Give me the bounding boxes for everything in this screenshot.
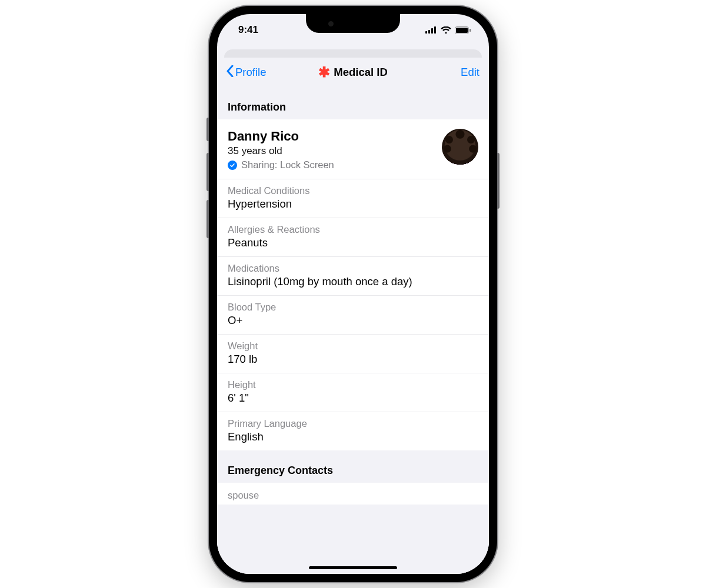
field-value: O+ [228,314,478,327]
battery-icon [455,26,471,34]
home-indicator[interactable] [309,566,397,569]
edit-button[interactable]: Edit [461,66,479,79]
allergies-row: Allergies & Reactions Peanuts [217,218,489,257]
weight-row: Weight 170 lb [217,335,489,373]
status-time: 9:41 [238,24,258,36]
checkmark-badge-icon [228,161,237,170]
svg-rect-5 [456,28,468,33]
information-header: Information [217,87,489,119]
profile-age: 35 years old [228,145,442,157]
back-button[interactable]: Profile [227,65,266,80]
sharing-label: Sharing: Lock Screen [241,159,334,171]
field-value: 6' 1" [228,392,478,405]
field-label: Medications [228,263,478,274]
cellular-icon [425,26,437,34]
nav-title-text: Medical ID [334,66,388,79]
medical-id-sheet: Profile ✱ Medical ID Edit Information Da… [217,58,489,574]
field-value: Lisinopril (10mg by mouth once a day) [228,275,478,288]
wifi-icon [441,26,451,34]
svg-rect-2 [431,28,433,34]
emergency-contacts-header: Emergency Contacts [217,450,489,483]
medical-conditions-row: Medical Conditions Hypertension [217,179,489,218]
iphone-frame: 9:41 Profile [209,6,497,582]
information-card: Danny Rico 35 years old Sharing: Lock Sc… [217,119,489,450]
field-value: English [228,430,478,443]
contact-row: spouse [217,483,489,505]
medications-row: Medications Lisinopril (10mg by mouth on… [217,257,489,296]
field-value: Peanuts [228,236,478,249]
emergency-contacts-card: spouse [217,483,489,505]
field-label: Blood Type [228,302,478,313]
field-label: Allergies & Reactions [228,224,478,235]
medical-asterisk-icon: ✱ [318,65,330,79]
svg-rect-6 [469,29,471,32]
field-label: Height [228,379,478,390]
content-scroll[interactable]: Information Danny Rico 35 years old Shar… [217,87,489,574]
contact-relation: spouse [228,490,478,501]
language-row: Primary Language English [217,412,489,450]
notch [306,14,400,33]
sharing-status: Sharing: Lock Screen [228,159,442,171]
field-label: Medical Conditions [228,185,478,196]
field-value: Hypertension [228,198,478,211]
blood-type-row: Blood Type O+ [217,296,489,335]
field-label: Weight [228,340,478,352]
profile-name: Danny Rico [228,129,442,144]
svg-rect-3 [434,26,436,34]
chevron-left-icon [227,65,234,80]
svg-rect-0 [425,31,427,34]
nav-title: ✱ Medical ID [318,65,388,79]
profile-row: Danny Rico 35 years old Sharing: Lock Sc… [217,119,489,179]
height-row: Height 6' 1" [217,373,489,412]
avatar [442,129,478,165]
screen: 9:41 Profile [217,14,489,574]
back-label: Profile [235,66,266,79]
field-value: 170 lb [228,353,478,366]
field-label: Primary Language [228,418,478,429]
svg-rect-1 [428,30,430,34]
nav-bar: Profile ✱ Medical ID Edit [217,58,489,87]
